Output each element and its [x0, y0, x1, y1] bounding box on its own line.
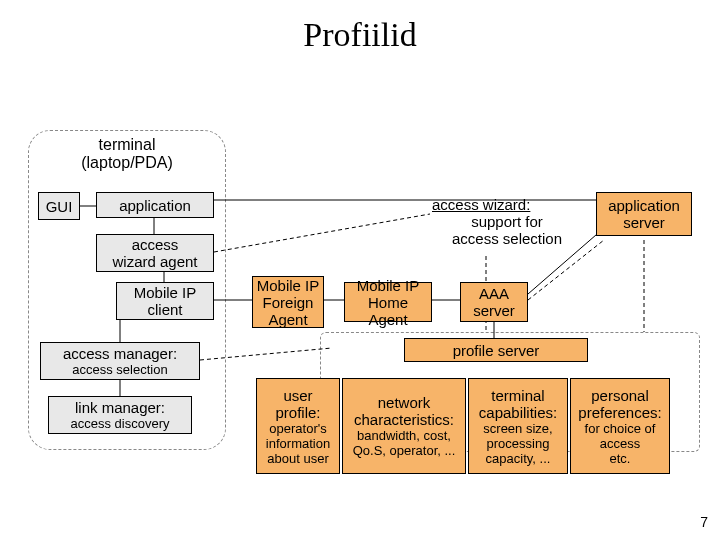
terminal-group-label: terminal (laptop/PDA) — [28, 136, 226, 172]
user-profile-title: user profile: — [275, 387, 320, 421]
personal-preferences-title: personal preferences: — [578, 387, 661, 421]
access-wizard-note: access wizard: support for access select… — [432, 196, 582, 247]
network-characteristics-sub: bandwidth, cost, Qo.S, operator, ... — [353, 428, 456, 458]
aaa-server-box: AAA server — [460, 282, 528, 322]
diagram-stage: Profiilid terminal (laptop/PDA) — [0, 0, 720, 540]
mobile-ip-home-agent-box: Mobile IP Home Agent — [344, 282, 432, 322]
access-wizard-note-sub: support for access selection — [432, 213, 582, 247]
terminal-label-line2: (laptop/PDA) — [81, 154, 173, 171]
terminal-label-line1: terminal — [99, 136, 156, 153]
user-profile-sub: operator's information about user — [266, 421, 330, 466]
mobile-ip-client-box: Mobile IP client — [116, 282, 214, 320]
link-manager-sub: access discovery — [71, 416, 170, 431]
terminal-capabilities-title: terminal capabilities: — [479, 387, 557, 421]
link-manager-title: link manager: — [75, 399, 165, 416]
link-manager-box: link manager: access discovery — [48, 396, 192, 434]
mobile-ip-foreign-agent-box: Mobile IP Foreign Agent — [252, 276, 324, 328]
access-manager-title: access manager: — [63, 345, 177, 362]
svg-line-9 — [528, 240, 604, 300]
page-title: Profiilid — [0, 16, 720, 54]
gui-box: GUI — [38, 192, 80, 220]
svg-line-5 — [214, 214, 430, 252]
network-characteristics-box: network characteristics: bandwidth, cost… — [342, 378, 466, 474]
application-box: application — [96, 192, 214, 218]
access-wizard-note-title: access wizard: — [432, 196, 582, 213]
terminal-capabilities-sub: screen size, processing capacity, ... — [483, 421, 552, 466]
profile-server-box: profile server — [404, 338, 588, 362]
access-manager-box: access manager: access selection — [40, 342, 200, 380]
personal-preferences-box: personal preferences: for choice of acce… — [570, 378, 670, 474]
access-wizard-agent-box: access wizard agent — [96, 234, 214, 272]
personal-preferences-sub: for choice of access etc. — [585, 421, 656, 466]
page-number: 7 — [700, 514, 708, 530]
network-characteristics-title: network characteristics: — [354, 394, 454, 428]
access-manager-sub: access selection — [72, 362, 167, 377]
user-profile-box: user profile: operator's information abo… — [256, 378, 340, 474]
application-server-box: application server — [596, 192, 692, 236]
terminal-capabilities-box: terminal capabilities: screen size, proc… — [468, 378, 568, 474]
